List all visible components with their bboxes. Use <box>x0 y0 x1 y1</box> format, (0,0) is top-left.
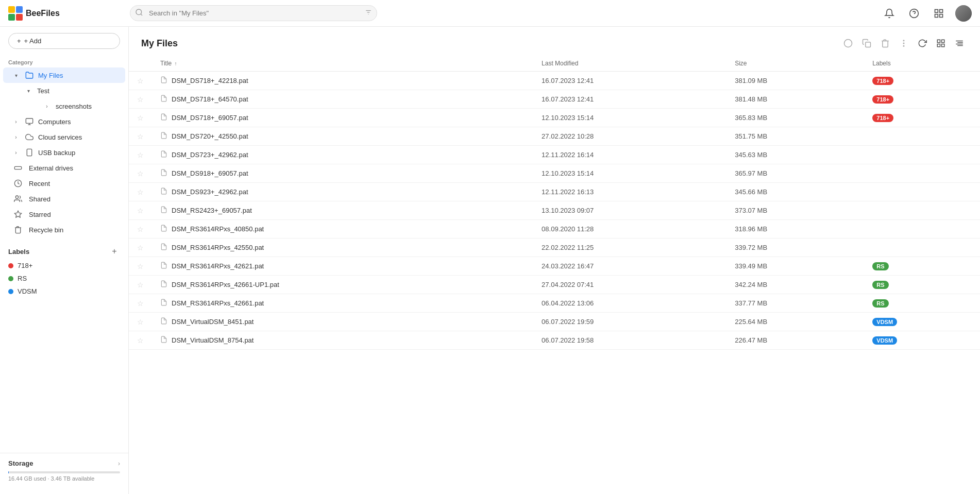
star-button[interactable]: ☆ <box>137 244 144 252</box>
label-badge: 718+ <box>872 95 893 104</box>
computers-label: Computers <box>38 118 117 126</box>
copy-toolbar-button[interactable] <box>858 35 875 52</box>
star-button[interactable]: ☆ <box>137 95 144 104</box>
chevron-down-icon-test: ▾ <box>24 86 33 95</box>
storage-bar-fill <box>8 471 9 473</box>
file-name: DSM_RS3614RPxs_42621.pat <box>172 262 264 270</box>
star-button[interactable]: ☆ <box>137 207 144 215</box>
help-icon[interactable] <box>906 5 922 22</box>
shared-label: Shared <box>29 195 117 203</box>
sort-toolbar-button[interactable] <box>951 35 968 52</box>
tag-toolbar-button[interactable] <box>840 35 856 52</box>
sidebar-item-external-drives[interactable]: External drives <box>3 160 125 176</box>
sidebar-item-recent[interactable]: Recent <box>3 176 125 191</box>
folder-icon <box>25 71 34 80</box>
size-cell: 381.48 MB <box>726 90 864 109</box>
cloud-services-label: Cloud services <box>38 133 117 141</box>
more-toolbar-button[interactable] <box>895 35 912 52</box>
title-cell: DSM_VirtualDSM_8451.pat <box>152 313 533 331</box>
sidebar-item-test[interactable]: ▾ Test <box>13 83 125 98</box>
storage-bar <box>8 471 120 473</box>
search-input[interactable] <box>130 5 377 21</box>
svg-rect-33 <box>942 44 944 47</box>
file-name: DSM_DS918+_69057.pat <box>172 169 248 177</box>
star-button[interactable]: ☆ <box>137 151 144 159</box>
notifications-icon[interactable] <box>881 5 898 22</box>
star-button[interactable]: ☆ <box>137 188 144 196</box>
label-item-718[interactable]: 718+ <box>0 259 128 272</box>
star-button[interactable]: ☆ <box>137 262 144 270</box>
star-button[interactable]: ☆ <box>137 77 144 85</box>
star-icon <box>11 210 25 219</box>
refresh-toolbar-button[interactable] <box>914 35 931 52</box>
modified-cell: 24.03.2022 16:47 <box>533 257 726 276</box>
labels-cell: RS <box>864 257 980 276</box>
label-badge: RS <box>872 262 888 270</box>
title-cell: DSM_RS3614RPxs_42550.pat <box>152 239 533 257</box>
file-name: DSM_RS3614RPxs_42661-UP1.pat <box>172 281 279 288</box>
screenshots-label: screenshots <box>56 103 117 110</box>
th-title-label: Title <box>160 60 172 67</box>
star-button[interactable]: ☆ <box>137 336 144 345</box>
size-cell: 339.72 MB <box>726 239 864 257</box>
clock-icon <box>11 179 25 188</box>
sidebar-item-screenshots[interactable]: › screenshots <box>32 98 125 114</box>
star-button[interactable]: ☆ <box>137 132 144 141</box>
file-name: DSM_RS2423+_69057.pat <box>172 207 252 214</box>
th-labels: Labels <box>864 56 980 72</box>
sidebar-item-recycle-bin[interactable]: Recycle bin <box>3 222 125 237</box>
search-icon <box>135 8 143 18</box>
file-name: DSM_DS923+_42962.pat <box>172 188 248 196</box>
grid-view-button[interactable] <box>933 35 949 52</box>
size-cell: 345.63 MB <box>726 146 864 164</box>
add-label-button[interactable]: + <box>109 246 120 257</box>
file-icon <box>160 298 167 308</box>
modified-cell: 06.07.2022 19:58 <box>533 331 726 350</box>
label-item-vdsm[interactable]: VDSM <box>0 285 128 298</box>
app-logo[interactable]: BeeFiles <box>8 6 122 21</box>
labels-cell: VDSM <box>864 313 980 331</box>
add-label: + Add <box>24 37 42 45</box>
delete-toolbar-button[interactable] <box>877 35 893 52</box>
modified-cell: 12.11.2022 16:13 <box>533 183 726 201</box>
cloud-icon <box>25 132 34 142</box>
storage-usage-text: 16.44 GB used · 3.46 TB available <box>8 475 120 482</box>
svg-rect-26 <box>866 42 871 47</box>
file-icon <box>160 335 167 345</box>
svg-point-25 <box>844 40 852 47</box>
filter-icon[interactable] <box>365 9 372 18</box>
sidebar-item-shared[interactable]: Shared <box>3 191 125 207</box>
labels-cell: 718+ <box>864 72 980 90</box>
star-cell: ☆ <box>129 294 152 313</box>
label-badge: RS <box>872 299 888 308</box>
star-button[interactable]: ☆ <box>137 318 144 326</box>
sidebar-item-computers[interactable]: › Computers <box>3 114 125 129</box>
size-cell: 373.07 MB <box>726 201 864 220</box>
table-row: ☆ DSM_DS923+_42962.pat 12.11.2022 16:13 … <box>129 183 980 201</box>
star-button[interactable]: ☆ <box>137 169 144 178</box>
modified-cell: 12.10.2023 15:14 <box>533 109 726 127</box>
logo-icon <box>8 6 23 21</box>
label-dot-rs <box>8 276 13 281</box>
my-files-label: My Files <box>38 72 117 79</box>
sidebar-item-starred[interactable]: Starred <box>3 207 125 222</box>
svg-rect-15 <box>26 118 32 123</box>
avatar[interactable] <box>955 5 972 22</box>
star-button[interactable]: ☆ <box>137 114 144 122</box>
apps-grid-icon[interactable] <box>931 5 947 22</box>
th-title[interactable]: Title ↑ <box>152 56 533 72</box>
sidebar-item-cloud-services[interactable]: › Cloud services <box>3 129 125 145</box>
sidebar-item-my-files[interactable]: ▾ My Files <box>3 67 125 83</box>
sidebar-item-usb-backup[interactable]: › USB backup <box>3 145 125 160</box>
add-button[interactable]: + + Add <box>8 33 120 49</box>
star-button[interactable]: ☆ <box>137 281 144 289</box>
usb-icon <box>25 148 34 157</box>
label-item-rs[interactable]: RS <box>0 272 128 285</box>
star-button[interactable]: ☆ <box>137 225 144 233</box>
title-cell: DSM_DS718+_69057.pat <box>152 109 533 127</box>
label-dot-vdsm <box>8 289 13 294</box>
storage-header[interactable]: Storage › <box>8 459 120 467</box>
star-button[interactable]: ☆ <box>137 299 144 308</box>
size-cell: 345.66 MB <box>726 183 864 201</box>
size-cell: 318.96 MB <box>726 220 864 239</box>
